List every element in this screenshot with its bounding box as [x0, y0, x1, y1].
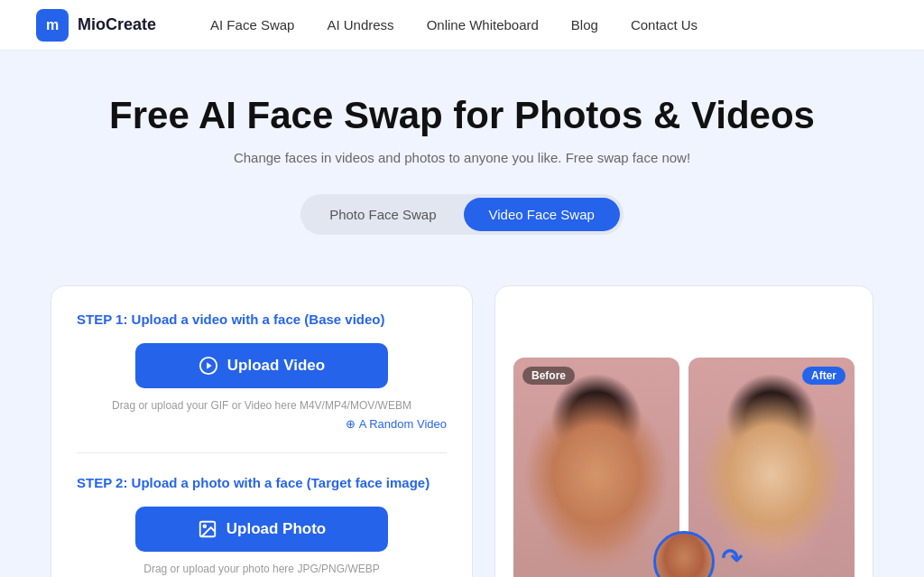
logo-icon: m	[36, 9, 69, 42]
drag-video-hint: Drag or upload your GIF or Video here M4…	[77, 399, 447, 412]
after-badge: After	[802, 367, 845, 385]
tab-video-face-swap[interactable]: Video Face Swap	[464, 198, 620, 231]
nav-link-ai-face-swap[interactable]: AI Face Swap	[210, 17, 294, 33]
upload-photo-button[interactable]: Upload Photo	[135, 507, 388, 552]
left-panel: STEP 1: Upload a video with a face (Base…	[51, 285, 473, 577]
logo-area: m MioCreate	[36, 9, 156, 42]
swap-direction-arrow: ↷	[721, 544, 742, 573]
hero-section: Free AI Face Swap for Photos & Videos Ch…	[0, 51, 924, 267]
navbar: m MioCreate AI Face Swap AI Undress Onli…	[0, 0, 924, 51]
nav-link-ai-undress[interactable]: AI Undress	[327, 17, 393, 33]
svg-point-3	[203, 526, 206, 528]
upload-video-button[interactable]: Upload Video	[135, 343, 388, 388]
logo-name: MioCreate	[78, 15, 156, 34]
hero-subtitle: Change faces in videos and photos to any…	[18, 150, 906, 165]
tab-photo-face-swap[interactable]: Photo Face Swap	[304, 198, 461, 231]
nav-links: AI Face Swap AI Undress Online Whiteboar…	[210, 17, 888, 33]
hero-title: Free AI Face Swap for Photos & Videos	[18, 94, 906, 137]
nav-link-blog[interactable]: Blog	[571, 17, 598, 33]
image-icon	[198, 519, 217, 539]
tab-switcher: Photo Face Swap Video Face Swap	[300, 194, 624, 235]
main-content: STEP 1: Upload a video with a face (Base…	[29, 267, 895, 577]
divider-1	[77, 452, 447, 453]
face-swap-preview: Before ↷ After	[513, 358, 855, 577]
drag-photo-hint: Drag or upload your photo here JPG/PNG/W…	[77, 563, 447, 575]
step1-label: STEP 1: Upload a video with a face (Base…	[77, 312, 447, 327]
nav-link-contact-us[interactable]: Contact Us	[631, 17, 698, 33]
target-face-thumb	[653, 531, 715, 577]
random-video-link[interactable]: ⊕ A Random Video	[77, 417, 447, 431]
right-panel: Before ↷ After	[494, 285, 873, 577]
before-badge: Before	[522, 367, 575, 385]
play-circle-icon	[199, 356, 218, 376]
nav-link-online-whiteboard[interactable]: Online Whiteboard	[427, 17, 539, 33]
svg-marker-1	[207, 363, 212, 369]
step2-label: STEP 2: Upload a photo with a face (Targ…	[77, 475, 447, 490]
swap-arrow-overlay: ↷	[653, 531, 715, 577]
